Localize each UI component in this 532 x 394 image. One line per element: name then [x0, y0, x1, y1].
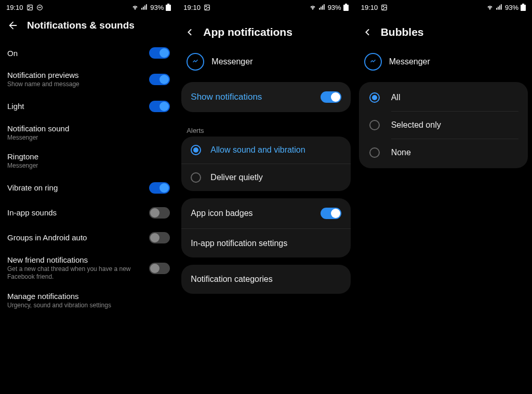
- svg-rect-12: [321, 7, 322, 10]
- svg-rect-15: [345, 4, 347, 5]
- status-bar: 19:10 93%: [355, 0, 532, 15]
- radio-icon: [191, 145, 201, 155]
- header: Bubbles: [355, 15, 532, 53]
- row-light[interactable]: Light: [0, 94, 177, 119]
- radio-label: Deliver quietly: [210, 173, 262, 182]
- svg-rect-3: [141, 8, 142, 10]
- row-sublabel: Urgency, sound and vibration settings: [7, 302, 170, 310]
- radio-allow-sound[interactable]: Allow sound and vibration: [181, 137, 350, 164]
- messenger-icon: [187, 53, 204, 71]
- row-groups-auto[interactable]: Groups in Android auto: [0, 225, 177, 250]
- card-bubble-options: All Selected only None: [359, 82, 528, 168]
- svg-rect-7: [167, 4, 169, 5]
- row-sublabel: Messenger: [7, 162, 170, 170]
- svg-rect-24: [521, 5, 526, 11]
- toggle-vibrate[interactable]: [149, 182, 170, 194]
- messenger-icon: [364, 53, 382, 71]
- toggle-groups-auto[interactable]: [149, 232, 170, 243]
- radio-none[interactable]: None: [359, 139, 528, 166]
- row-label: Notification categories: [191, 275, 272, 284]
- row-sublabel: Get a new chat thread when you have a ne…: [7, 265, 149, 281]
- svg-rect-6: [146, 4, 147, 10]
- image-icon: [204, 4, 210, 11]
- wifi-icon: [131, 4, 139, 11]
- header: Notifications & sounds: [0, 15, 177, 40]
- svg-rect-16: [343, 5, 349, 11]
- row-on[interactable]: On: [0, 40, 177, 65]
- svg-rect-19: [496, 8, 497, 10]
- svg-rect-4: [143, 7, 144, 10]
- svg-rect-22: [501, 4, 502, 10]
- radio-selected-only[interactable]: Selected only: [359, 112, 528, 139]
- row-label: Notification sound: [7, 124, 170, 133]
- section-alerts: Alerts: [177, 119, 354, 137]
- status-time: 19:10: [183, 4, 201, 11]
- toggle-new-friend[interactable]: [149, 263, 170, 274]
- toggle-badges[interactable]: [321, 208, 341, 219]
- radio-icon: [369, 147, 380, 158]
- image-icon: [381, 4, 388, 11]
- status-battery-pct: 93%: [328, 4, 341, 11]
- panel-notifications-sounds: 19:10 93% Notifications & sounds On Noti…: [0, 0, 177, 394]
- app-header: Messenger: [177, 53, 354, 82]
- row-sublabel: Show name and message: [7, 80, 149, 89]
- toggle-on[interactable]: [149, 47, 170, 59]
- status-battery-pct: 93%: [505, 4, 518, 11]
- toggle-previews[interactable]: [149, 74, 170, 85]
- back-button[interactable]: [7, 20, 19, 31]
- radio-label: None: [391, 148, 411, 157]
- row-sound[interactable]: Notification sound Messenger: [0, 119, 177, 147]
- row-inapp-sounds[interactable]: In-app sounds: [0, 200, 177, 225]
- row-label: Notification previews: [7, 71, 149, 79]
- svg-rect-5: [144, 6, 145, 10]
- radio-all[interactable]: All: [359, 84, 528, 111]
- wifi-icon: [486, 4, 494, 11]
- image-icon: [26, 4, 33, 11]
- row-inapp-notification-settings[interactable]: In-app notification settings: [181, 228, 350, 257]
- app-name: Messenger: [389, 57, 430, 66]
- toggle-light[interactable]: [149, 101, 170, 112]
- card-settings: App icon badges In-app notification sett…: [181, 198, 350, 257]
- status-time: 19:10: [361, 4, 378, 11]
- row-ringtone[interactable]: Ringtone Messenger: [0, 147, 177, 175]
- svg-rect-23: [522, 4, 524, 5]
- header: App notifications: [177, 15, 354, 53]
- row-manage[interactable]: Manage notifications Urgency, sound and …: [0, 287, 177, 315]
- row-label: Ringtone: [7, 152, 170, 161]
- panel-app-notifications: 19:10 93% App notifications Messenger Sh…: [177, 0, 354, 394]
- signal-icon: [318, 4, 326, 11]
- radio-label: Selected only: [391, 120, 441, 130]
- card-alerts: Allow sound and vibration Deliver quietl…: [181, 137, 350, 191]
- status-bar: 19:10 93%: [177, 0, 354, 15]
- battery-icon: [521, 4, 526, 11]
- radio-icon: [369, 92, 380, 103]
- back-button[interactable]: [184, 27, 195, 37]
- row-app-icon-badges[interactable]: App icon badges: [181, 198, 350, 228]
- back-button[interactable]: [362, 27, 373, 37]
- radio-deliver-quietly[interactable]: Deliver quietly: [181, 164, 350, 191]
- row-new-friend[interactable]: New friend notifications Get a new chat …: [0, 250, 177, 287]
- page-title: Bubbles: [381, 26, 424, 38]
- row-label: Groups in Android auto: [7, 233, 149, 242]
- svg-rect-21: [499, 6, 500, 10]
- row-notification-categories[interactable]: Notification categories: [181, 265, 350, 294]
- battery-icon: [343, 4, 349, 11]
- row-label: Show notifications: [191, 92, 262, 102]
- status-time: 19:10: [6, 4, 23, 11]
- row-vibrate[interactable]: Vibrate on ring: [0, 175, 177, 200]
- panel-bubbles: 19:10 93% Bubbles Messenger All Selected…: [355, 0, 532, 394]
- signal-icon: [141, 4, 148, 11]
- row-show-notifications[interactable]: Show notifications: [181, 82, 350, 112]
- svg-rect-11: [319, 8, 320, 10]
- app-header: Messenger: [355, 53, 532, 82]
- wifi-icon: [309, 4, 316, 11]
- page-title: App notifications: [203, 26, 292, 38]
- row-label: Light: [7, 102, 149, 111]
- toggle-show-notifications[interactable]: [321, 91, 341, 103]
- svg-rect-8: [166, 5, 171, 11]
- row-previews[interactable]: Notification previews Show name and mess…: [0, 65, 177, 94]
- toggle-inapp-sounds[interactable]: [149, 207, 170, 219]
- svg-point-10: [206, 6, 207, 7]
- svg-point-1: [28, 6, 29, 7]
- card-show-notifications: Show notifications: [181, 82, 350, 112]
